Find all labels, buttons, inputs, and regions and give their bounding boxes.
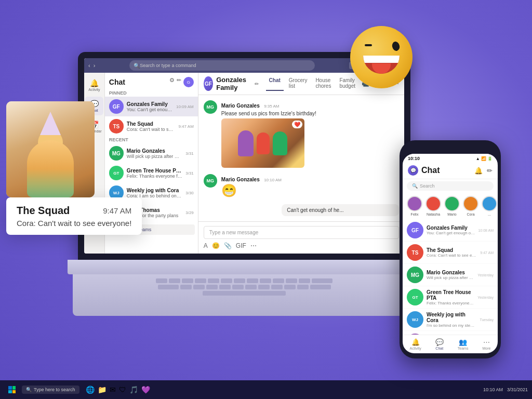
- format-icon[interactable]: A: [204, 242, 208, 249]
- edit-group-icon[interactable]: ✏: [255, 81, 259, 87]
- notification-body: Cora: Can't wait to see everyone!: [17, 219, 131, 228]
- chat-item-the-squad[interactable]: TS The Squad Cora: Can't wait to see eve…: [105, 116, 198, 136]
- phone-chat-avatar-gt: GT: [407, 289, 423, 305]
- phone-avatar-circle-natasha: [425, 196, 441, 211]
- phone-status-icons: ▲ 📶 🔋: [476, 156, 493, 161]
- taskbar-teams-icon[interactable]: 💜: [141, 385, 150, 394]
- taskbar-music-icon[interactable]: 🎵: [129, 385, 138, 394]
- tab-grocery[interactable]: Grocery list: [286, 76, 311, 91]
- key-tab: [158, 285, 179, 289]
- phone-nav-chat[interactable]: 💬 Chat: [435, 338, 444, 350]
- phone-nav-more-icon: ⋯: [483, 338, 490, 346]
- phone-chat-list: GF Gonzales Family You: Can't get enough…: [403, 219, 498, 335]
- chat-item-mario[interactable]: MG Mario Gonzales Will pick up pizza aft…: [105, 143, 198, 163]
- phone-chat-item-1[interactable]: TS The Squad Cora: Can't wait to see eve…: [403, 242, 498, 264]
- phone-chat-info-gf: Gonzales Family You: Can't get enough of…: [427, 225, 475, 235]
- phone-avatar-circle-extra: [482, 196, 497, 211]
- phone-bottom-nav: 🔔 Activity 💬 Chat 👥 Teams ⋯ More: [403, 335, 498, 353]
- taskbar-mail-icon[interactable]: ✉: [110, 385, 116, 394]
- phone-time: 10:10: [408, 156, 420, 161]
- chat-input-area: Type a new message A 😊 📎 GIF ⋯: [198, 221, 404, 254]
- phone-nav-activity[interactable]: 🔔 Activity: [410, 338, 421, 350]
- phone-chat-info-gt: Green Tree House PTA Felix: Thanks every…: [427, 289, 474, 305]
- chat-list-title: Chat: [109, 78, 125, 86]
- chat-message-2: MG Mario Gonzales 10:10 AM 😁: [204, 174, 399, 198]
- phone-chat-item-2[interactable]: MG Mario Gonzales Will pick up pizza aft…: [403, 264, 498, 286]
- sidebar-item-activity[interactable]: 🔔 Activity: [85, 76, 103, 95]
- win-tile-4: [12, 390, 16, 394]
- phone-nav-teams-icon: 👥: [459, 338, 467, 346]
- taskbar-search[interactable]: 🔍 Type here to search: [22, 385, 79, 394]
- edit-icon[interactable]: ✏: [177, 77, 181, 87]
- phone-search-bar[interactable]: 🔍 Search: [407, 181, 494, 191]
- key: [169, 278, 180, 283]
- taskbar-folder-icon[interactable]: 📁: [98, 385, 107, 394]
- key: [260, 278, 271, 283]
- phone-nav-chat-icon: 💬: [435, 338, 444, 346]
- phone-notification-icon[interactable]: 🔔: [474, 167, 483, 175]
- chat-response-bubble: Can't get enough of he...: [282, 204, 399, 216]
- start-button[interactable]: [4, 384, 20, 395]
- phone-chat-avatar-ts: TS: [407, 244, 423, 261]
- notification-time: 9:47 AM: [103, 206, 131, 215]
- search-icon: 🔍: [134, 63, 140, 69]
- phone-nav-teams[interactable]: 👥 Teams: [458, 338, 469, 350]
- emoji-face: [350, 26, 413, 88]
- phone-avatar-mario[interactable]: Mario: [444, 196, 460, 216]
- more-toolbar-icon[interactable]: ⋯: [250, 242, 257, 249]
- chat-messages: MG Mario Gonzales 9:35 AM Please send us…: [198, 95, 404, 221]
- phone-avatar-cora[interactable]: Cora: [463, 196, 478, 216]
- user-avatar-small[interactable]: G: [183, 77, 194, 87]
- key-enter: [310, 285, 331, 289]
- phone-avatar-felix[interactable]: Felix: [407, 196, 422, 216]
- filter-icon[interactable]: ⚙: [169, 77, 175, 87]
- key: [258, 285, 270, 289]
- phone-avatar-extra[interactable]: ...: [482, 196, 497, 216]
- win-tile-1: [8, 386, 12, 390]
- phone-chat-avatar-gf: GF: [407, 222, 423, 238]
- phone-compose-icon[interactable]: ✏: [487, 167, 493, 175]
- chat-main-name: Gonzales Family: [216, 76, 251, 91]
- taskbar-time: 10:10 AM: [483, 387, 503, 392]
- phone-chat-item-3[interactable]: GT Green Tree House PTA Felix: Thanks ev…: [403, 286, 498, 309]
- key: [299, 278, 310, 283]
- msg-avatar-mario: MG: [204, 100, 217, 114]
- chat-avatar-gt: GT: [109, 166, 124, 180]
- chat-avatar-mg: MG: [109, 146, 124, 161]
- phone-chat-icon: 💬: [408, 165, 418, 176]
- phone-chat-item-5[interactable]: FH Felix Henderson Can you drive me to t…: [403, 331, 498, 335]
- gif-icon[interactable]: GIF: [236, 242, 246, 249]
- taskbar-search-icon: 🔍: [26, 387, 32, 392]
- phone-chat-item-0[interactable]: GF Gonzales Family You: Can't get enough…: [403, 219, 498, 242]
- phone-avatar-circle-mario: [444, 196, 460, 211]
- key: [284, 285, 296, 289]
- chat-list-header: Chat ⚙ ✏ G: [105, 73, 198, 89]
- taskbar-shield-icon[interactable]: 🛡: [119, 385, 126, 394]
- phone-chat-item-4[interactable]: WJ Weekly jog with Cora I'm so behind on…: [403, 309, 498, 331]
- teams-search-bar[interactable]: 🔍 Search or type a command: [129, 60, 315, 71]
- win-tile-2: [12, 386, 16, 390]
- key: [221, 278, 232, 283]
- key: [195, 278, 206, 283]
- attach-icon[interactable]: 📎: [224, 242, 232, 249]
- nav-forward-btn[interactable]: ›: [94, 62, 96, 69]
- chat-item-gonzales-family[interactable]: GF Gonzales Family You: Can't get enough…: [105, 97, 198, 116]
- chat-input-box[interactable]: Type a new message: [204, 226, 399, 239]
- phone-avatar-natasha[interactable]: Natasha: [425, 196, 441, 216]
- key: [182, 278, 193, 283]
- chat-item-green-tree[interactable]: GT Green Tree House PTA Felix: Thanks ev…: [105, 163, 198, 183]
- chat-item-info-2: The Squad Cora: Can't wait to see everyo…: [127, 121, 176, 132]
- nav-back-btn[interactable]: ‹: [88, 62, 90, 69]
- phone-nav-more[interactable]: ⋯ More: [483, 338, 491, 350]
- phone-chat-title: 💬 Chat: [408, 165, 440, 176]
- emoji-picker-icon[interactable]: 😊: [212, 242, 220, 249]
- taskbar-edge-icon[interactable]: 🌐: [86, 385, 95, 394]
- tab-house[interactable]: House chores: [312, 76, 334, 91]
- phone-chat-avatar-mg: MG: [407, 267, 423, 283]
- tab-chat[interactable]: Chat: [266, 76, 284, 91]
- key-backspace: [312, 278, 332, 283]
- phone-avatar-circle-felix: [407, 196, 422, 211]
- chat-list-actions: ⚙ ✏ G: [169, 77, 194, 87]
- phone-bezel: 10:10 ▲ 📶 🔋 💬 Chat 🔔 ✏ 🔍 Search: [400, 140, 501, 358]
- key: [208, 278, 219, 283]
